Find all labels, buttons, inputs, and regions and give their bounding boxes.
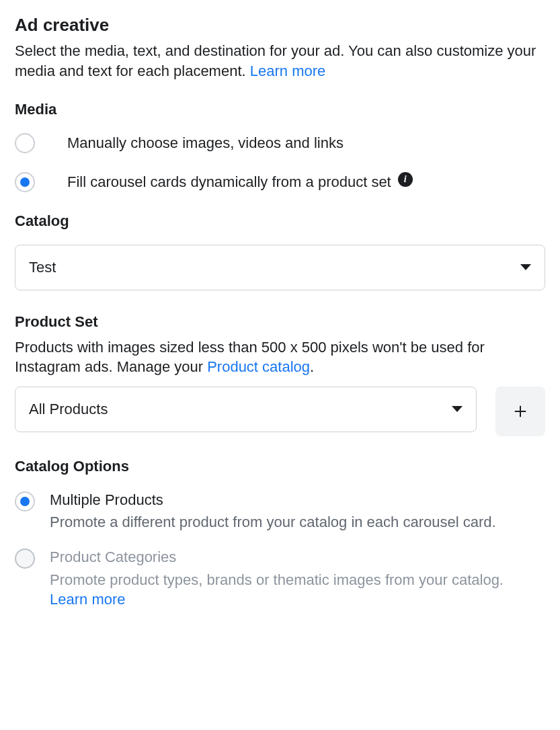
plus-icon [513, 404, 528, 419]
media-option-manual-label: Manually choose images, videos and links [67, 133, 344, 153]
radio-icon [15, 549, 35, 569]
catalog-option-multiple-products-desc: Promote a different product from your ca… [50, 512, 545, 532]
media-option-dynamic[interactable]: Fill carousel cards dynamically from a p… [15, 172, 545, 192]
catalog-option-product-categories-title: Product Categories [50, 547, 545, 567]
media-heading: Media [15, 99, 545, 120]
chevron-down-icon [452, 406, 463, 412]
catalog-option-multiple-products[interactable]: Multiple Products Promote a different pr… [15, 490, 545, 532]
product-set-description: Products with images sized less than 500… [15, 337, 545, 377]
product-set-select-value: All Products [29, 399, 108, 419]
catalog-select[interactable]: Test [15, 245, 545, 290]
product-set-heading: Product Set [15, 312, 545, 332]
radio-selected-dot [20, 497, 30, 506]
add-product-set-button[interactable] [495, 387, 545, 436]
info-icon[interactable]: i [398, 172, 413, 187]
media-option-dynamic-label: Fill carousel cards dynamically from a p… [67, 172, 391, 192]
catalog-option-product-categories-desc: Promote product types, brands or themati… [50, 570, 545, 610]
catalog-heading: Catalog [15, 211, 545, 231]
media-radio-group: Manually choose images, videos and links… [15, 133, 545, 192]
catalog-select-value: Test [29, 257, 56, 278]
radio-selected-dot [20, 177, 30, 187]
chevron-down-icon [520, 264, 531, 270]
radio-icon [15, 491, 35, 512]
radio-icon [15, 133, 35, 153]
learn-more-link[interactable]: Learn more [250, 63, 326, 79]
ad-creative-title: Ad creative [15, 13, 545, 37]
product-catalog-link[interactable]: Product catalog [207, 358, 310, 375]
media-option-manual[interactable]: Manually choose images, videos and links [15, 133, 545, 153]
catalog-option-product-categories-desc-text: Promote product types, brands or themati… [50, 571, 504, 588]
product-set-select[interactable]: All Products [15, 387, 477, 432]
catalog-options-heading: Catalog Options [15, 456, 545, 477]
product-set-description-after: . [310, 358, 314, 375]
catalog-option-multiple-products-title: Multiple Products [50, 490, 545, 510]
learn-more-link[interactable]: Learn more [50, 591, 126, 608]
catalog-option-product-categories: Product Categories Promote product types… [15, 547, 545, 610]
radio-icon [15, 172, 35, 192]
ad-creative-description: Select the media, text, and destination … [15, 41, 545, 81]
